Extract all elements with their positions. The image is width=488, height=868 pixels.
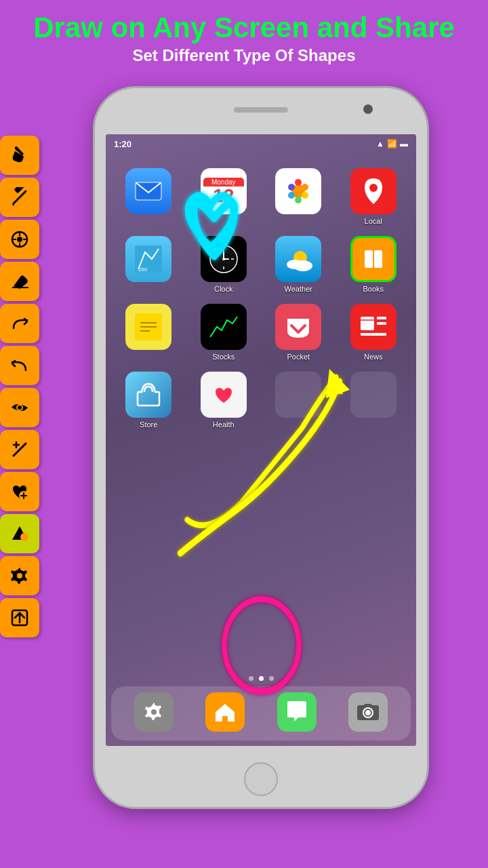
svg-rect-47 [365,250,373,268]
app-mail[interactable] [111,163,186,231]
empty-icon-2 [350,372,396,418]
dock-messages[interactable] [274,690,319,737]
status-bar: 1:20 ▲ 📶 ▬ [106,134,416,153]
export-tool[interactable] [0,598,39,637]
app-store[interactable]: Store [111,366,186,434]
app-pocket[interactable]: Pocket [261,298,336,366]
battery-icon: ▬ [400,139,408,149]
svg-rect-57 [377,322,386,325]
redo-tool[interactable] [0,304,39,343]
news-icon [350,304,396,350]
dock-camera-icon [348,692,388,732]
phone-screen: 1:20 ▲ 📶 ▬ [106,134,416,746]
app-notes[interactable] [111,298,186,366]
undo-tool[interactable] [0,346,39,385]
dock-home[interactable] [203,690,247,737]
app-empty1 [261,366,336,434]
compass-tool[interactable] [0,220,39,259]
app-stocks[interactable]: Stocks [186,298,262,366]
status-icons: ▲ 📶 ▬ [376,139,408,149]
dock-camera[interactable] [346,690,390,737]
stocks-icon [201,304,247,350]
page-dot-1 [249,676,253,681]
svg-point-26 [295,179,302,186]
main-title: Draw on Any Screen and Share [7,12,481,43]
svg-point-28 [302,192,308,199]
phone-body: 1:20 ▲ 📶 ▬ [95,88,427,807]
weather-icon [275,236,321,282]
svg-point-46 [293,260,312,271]
svg-point-32 [369,184,378,192]
local-label: Local [365,217,382,225]
toolbar [0,136,39,637]
dock [111,686,411,741]
phone-camera [363,104,373,114]
page-dot-3 [269,676,274,681]
settings-tool[interactable] [0,556,39,595]
dock-home-icon [205,692,245,732]
pocket-icon [275,304,321,350]
svg-point-19 [17,573,22,578]
empty-icon-1 [275,372,321,418]
shapes-tool[interactable] [0,514,39,553]
svg-point-11 [18,406,22,410]
calendar-icon: Monday 12 [201,168,247,214]
books-icon [350,236,396,282]
clock-icon [201,236,247,282]
svg-rect-58 [361,333,386,336]
photos-icon [275,168,321,214]
draw-tool[interactable] [0,136,39,175]
phone-speaker [234,107,288,113]
dock-settings-icon [134,692,174,732]
phone-mockup: 1:20 ▲ 📶 ▬ [54,88,434,834]
svg-point-31 [288,184,295,191]
app-calendar[interactable]: Monday 12 [186,163,262,231]
signal-icon: ▲ [376,139,384,149]
local-icon [350,168,396,214]
pocket-label: Pocket [287,353,310,361]
store-icon [125,372,171,418]
app-clock[interactable]: Clock [186,231,262,298]
books-label: Books [363,285,384,293]
svg-rect-55 [361,317,374,330]
app-empty2 [336,366,411,434]
eraser-tool[interactable] [0,262,39,301]
app-books[interactable]: Books [336,231,411,298]
clock-label: Clock [214,285,233,293]
status-time: 1:20 [114,139,131,149]
mail-icon [125,168,171,214]
eye-tool[interactable] [0,388,39,427]
health-icon [201,372,247,418]
page-dots [106,676,416,681]
svg-point-43 [222,258,225,260]
sub-title: Set Different Type Of Shapes [7,46,481,65]
app-local[interactable]: Local [336,163,411,231]
app-news[interactable]: News [336,298,411,366]
heart-badge-tool[interactable] [0,472,39,511]
svg-point-30 [288,192,295,199]
app-grid: Monday 12 [106,156,416,692]
home-button[interactable] [244,762,278,796]
svg-point-29 [295,197,302,203]
svg-rect-56 [377,317,386,319]
svg-point-62 [151,709,157,715]
app-photos[interactable] [261,163,336,231]
store-label: Store [140,420,157,429]
svg-point-4 [17,237,22,242]
pencil-plus-tool[interactable] [0,430,39,469]
news-label: News [364,353,383,361]
stocks-label: Stocks [212,353,235,361]
svg-point-17 [20,533,28,541]
dock-messages-icon [277,692,317,732]
svg-point-27 [302,184,308,191]
dock-settings[interactable] [131,690,176,737]
app-health[interactable]: Health [186,366,262,434]
wifi-icon: 📶 [387,139,397,149]
svg-line-1 [14,191,26,203]
pen-tool[interactable] [0,178,39,217]
maps-icon: 280 [125,236,171,282]
svg-point-65 [365,710,371,715]
app-maps[interactable]: 280 [111,231,186,298]
svg-rect-48 [374,250,382,268]
app-weather[interactable]: Weather [261,231,336,298]
